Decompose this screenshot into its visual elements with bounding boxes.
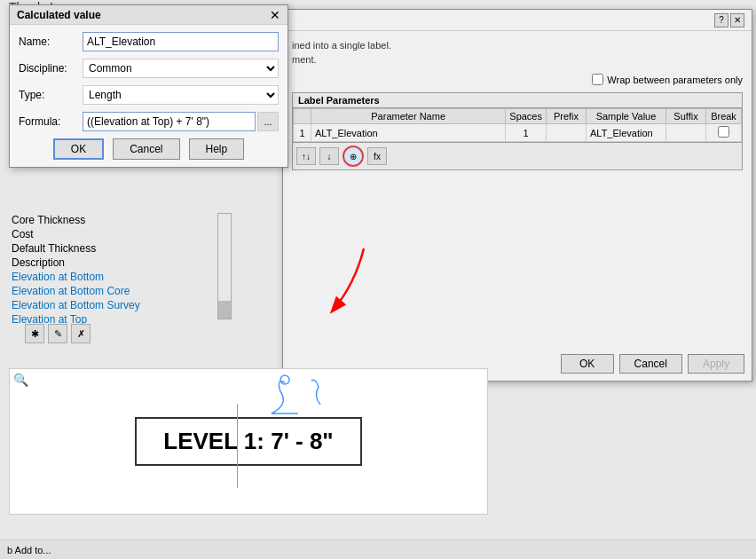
- list-scrollbar[interactable]: [217, 213, 232, 319]
- bottom-bar: b Add to...: [0, 539, 756, 559]
- label-params-section: Label Parameters Parameter Name Spaces P…: [292, 92, 743, 170]
- discipline-select[interactable]: Common: [83, 59, 279, 78]
- calc-cancel-btn[interactable]: Cancel: [113, 138, 179, 160]
- param-list: Core ThicknessCostDefault ThicknessDescr…: [9, 213, 222, 327]
- list-item[interactable]: Elevation at Bottom Core: [9, 284, 222, 298]
- formula-ellipsis-btn[interactable]: ...: [257, 112, 279, 131]
- formula-input[interactable]: [83, 112, 256, 131]
- star-icon-btn[interactable]: ✱: [25, 324, 44, 343]
- row-name: ALT_Elevation: [311, 124, 506, 142]
- wrap-params-row: Wrap between parameters only: [292, 74, 743, 85]
- edit-label-dialog: ? ✕ ined into a single label. ment. Wrap…: [282, 9, 752, 382]
- edit-icon-btn[interactable]: ✎: [48, 324, 67, 343]
- col-header-suffix: Suffix: [666, 109, 706, 124]
- col-header-spaces: Spaces: [506, 109, 547, 124]
- preview-label-box: LEVEL 1: 7' - 8": [135, 417, 361, 466]
- row-suffix: [666, 124, 706, 142]
- calc-titlebar: Calculated value ✕: [10, 5, 287, 25]
- edit-label-cancel-btn[interactable]: Cancel: [619, 354, 682, 374]
- formula-label: Formula:: [19, 115, 83, 128]
- row-prefix: [547, 124, 587, 142]
- edit-label-content: ined into a single label. ment. Wrap bet…: [283, 31, 752, 185]
- preview-area: 🔍 LEVEL 1: 7' - 8": [9, 368, 488, 515]
- name-label: Name:: [19, 35, 83, 48]
- edit-label-ok-btn[interactable]: OK: [561, 354, 614, 374]
- formula-row: Formula: ...: [19, 112, 279, 131]
- name-row: Name:: [19, 32, 279, 51]
- delete-icon-btn[interactable]: ✗: [71, 324, 91, 343]
- help-titlebar-btn[interactable]: ?: [714, 13, 728, 28]
- col-header-sample: Sample Value: [587, 109, 666, 124]
- list-item[interactable]: Elevation at Bottom: [9, 270, 222, 284]
- formula-btn-toolbar[interactable]: fx: [367, 147, 387, 165]
- calc-help-btn[interactable]: Help: [189, 138, 245, 160]
- list-item[interactable]: Core Thickness: [9, 213, 222, 227]
- calc-ok-btn[interactable]: OK: [53, 138, 104, 160]
- calc-close-btn[interactable]: ✕: [270, 9, 280, 21]
- row-sample: ALT_Elevation: [587, 124, 666, 142]
- preview-label-text: LEVEL 1: 7' - 8": [163, 428, 333, 454]
- col-header-break: Break: [706, 109, 742, 124]
- sort-desc-btn[interactable]: ↓: [319, 147, 339, 165]
- edit-label-bottom-btns: OK Cancel Apply: [561, 354, 744, 374]
- list-item[interactable]: Description: [9, 256, 222, 270]
- list-item[interactable]: Cost: [9, 227, 222, 241]
- name-input[interactable]: [83, 32, 279, 51]
- label-params-title: Label Parameters: [293, 93, 742, 108]
- type-label: Type:: [19, 89, 83, 101]
- bottom-bar-text: b Add to...: [7, 545, 51, 555]
- edit-label-titlebar: ? ✕: [283, 10, 752, 31]
- instruction2: ment.: [292, 54, 743, 65]
- add-param-btn[interactable]: ⊕: [343, 146, 364, 167]
- col-header-num: [294, 109, 311, 124]
- list-item[interactable]: Elevation at Bottom Survey: [9, 298, 222, 312]
- list-icon-buttons: ✱ ✎ ✗: [25, 324, 91, 343]
- wrap-label: Wrap between parameters only: [607, 75, 743, 85]
- row-break: [706, 124, 742, 142]
- calc-body: Name: Discipline: Common Type: Length Fo…: [10, 25, 287, 167]
- discipline-row: Discipline: Common: [19, 59, 279, 78]
- close-titlebar-btn[interactable]: ✕: [730, 13, 744, 28]
- zoom-icon[interactable]: 🔍: [13, 373, 28, 387]
- discipline-label: Discipline:: [19, 62, 83, 75]
- instruction1: ined into a single label.: [292, 40, 743, 51]
- row-spaces: 1: [506, 124, 547, 142]
- params-table: Parameter Name Spaces Prefix Sample Valu…: [293, 108, 742, 142]
- calc-title: Calculated value: [17, 9, 101, 21]
- col-header-prefix: Prefix: [547, 109, 587, 124]
- vertical-divider: [237, 404, 238, 488]
- col-header-name: Parameter Name: [311, 109, 506, 124]
- list-item[interactable]: Default Thickness: [9, 241, 222, 256]
- titlebar-buttons: ? ✕: [714, 13, 744, 28]
- type-row: Type: Length: [19, 85, 279, 105]
- edit-label-apply-btn[interactable]: Apply: [688, 354, 744, 374]
- svg-point-1: [280, 375, 289, 384]
- list-scroll-thumb: [218, 301, 231, 319]
- row-num: 1: [294, 124, 311, 142]
- calc-action-row: OK Cancel Help: [19, 138, 279, 160]
- calc-dialog: Calculated value ✕ Name: Discipline: Com…: [9, 4, 288, 168]
- type-select[interactable]: Length: [83, 85, 279, 105]
- params-toolbar: ↑↓ ↓ ⊕ fx: [293, 142, 742, 169]
- table-row: 1 ALT_Elevation 1 ALT_Elevation: [294, 124, 742, 142]
- wrap-checkbox[interactable]: [592, 74, 603, 85]
- sort-asc-btn[interactable]: ↑↓: [296, 147, 316, 165]
